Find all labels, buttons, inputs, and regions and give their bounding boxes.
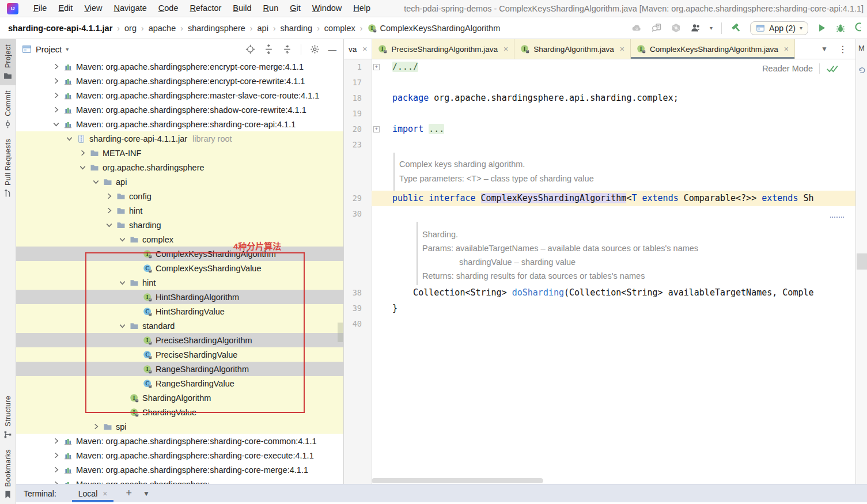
plugin-hexagon-icon[interactable]	[671, 22, 682, 33]
close-icon[interactable]: ×	[503, 44, 508, 54]
breadcrumb-api[interactable]: api	[258, 24, 268, 33]
tree-row[interactable]: IComplexKeysShardingAlgorithm	[16, 247, 343, 261]
tree-row[interactable]: hint	[16, 203, 343, 218]
tree-row[interactable]: Maven: org.apache.shardingsphere:master-…	[16, 88, 343, 103]
tree-chevron-icon[interactable]	[50, 480, 63, 484]
tree-row[interactable]: Maven: org.apache.shardingsphere:shardin…	[16, 117, 343, 131]
terminal-tab-local[interactable]: Local ×	[72, 484, 114, 502]
tree-chevron-icon[interactable]	[116, 235, 129, 244]
tool-stripe-project[interactable]: Project	[0, 39, 16, 85]
editor-options-kebab-icon[interactable]: ⋮	[838, 44, 847, 55]
tree-row[interactable]: CRangeShardingValue	[16, 376, 343, 391]
tree-row[interactable]: CComplexKeysShardingValue	[16, 261, 343, 275]
tree-chevron-icon[interactable]	[76, 149, 89, 157]
tree-chevron-icon[interactable]	[103, 206, 116, 215]
code-line-39[interactable]: 39}	[344, 301, 855, 316]
tree-row[interactable]: spi	[16, 419, 343, 434]
coverage-icon[interactable]	[854, 22, 861, 32]
project-view-dropdown-icon[interactable]: ▾	[66, 46, 69, 52]
tree-row[interactable]: META-INF	[16, 146, 343, 160]
close-icon[interactable]: ×	[103, 489, 107, 498]
cloud-icon[interactable]	[631, 22, 642, 33]
editor-tab-shardingalgorithm-java[interactable]: IShardingAlgorithm.java×	[514, 39, 631, 59]
tool-stripe-commit[interactable]: Commit	[0, 85, 16, 134]
tree-row[interactable]: IShardingAlgorithm	[16, 391, 343, 405]
fold-marker-icon[interactable]: +	[373, 64, 380, 70]
tree-row[interactable]: sharding-core-api-4.1.1.jarlibrary root	[16, 131, 343, 146]
tree-chevron-icon[interactable]	[50, 77, 63, 85]
menu-run[interactable]: Run	[258, 0, 285, 17]
tree-chevron-icon[interactable]	[89, 422, 103, 431]
menu-refactor[interactable]: Refactor	[184, 0, 228, 17]
breadcrumb-root[interactable]: sharding-core-api-4.1.1.jar	[8, 24, 112, 33]
tree-row[interactable]: api	[16, 175, 343, 189]
restore-icon[interactable]	[858, 66, 866, 74]
tree-chevron-icon[interactable]	[50, 62, 63, 71]
tree-chevron-icon[interactable]	[103, 192, 116, 200]
menu-file[interactable]: File	[28, 0, 52, 17]
tree-row[interactable]: Maven: org.apache.shardingsphere:shardin…	[16, 463, 343, 477]
tree-row[interactable]: org.apache.shardingsphere	[16, 160, 343, 175]
tree-chevron-icon[interactable]	[76, 163, 89, 172]
breadcrumb-complex[interactable]: complex	[324, 24, 355, 33]
debug-bug-icon[interactable]	[835, 23, 846, 33]
collapse-all-icon[interactable]	[282, 44, 292, 54]
code-editor[interactable]: Reader Mode 1+/.../1718package org.apach…	[344, 59, 855, 484]
tree-chevron-icon[interactable]	[116, 321, 129, 330]
code-line-19[interactable]: 19	[344, 106, 855, 122]
tree-row[interactable]: CPreciseShardingValue	[16, 347, 343, 362]
menu-view[interactable]: View	[78, 0, 108, 17]
tool-stripe-bookmarks[interactable]: Bookmarks	[0, 444, 16, 504]
menu-build[interactable]: Build	[227, 0, 257, 17]
breadcrumb-apache[interactable]: apache	[149, 24, 176, 33]
close-icon[interactable]: ×	[784, 44, 789, 54]
menu-git[interactable]: Git	[284, 0, 306, 17]
tool-stripe-structure[interactable]: Structure	[0, 391, 16, 444]
tree-row[interactable]: Maven: org.apache.shardingsphere:shadow-…	[16, 103, 343, 117]
user-dropdown-icon[interactable]: ▾	[710, 25, 713, 31]
tree-row[interactable]: IRangeShardingAlgorithm	[16, 362, 343, 376]
tree-chevron-icon[interactable]	[50, 437, 63, 445]
tree-chevron-icon[interactable]	[63, 134, 76, 143]
tree-chevron-icon[interactable]	[50, 465, 63, 474]
maven-tool-button[interactable]: M	[856, 44, 867, 52]
tool-stripe-pull-requests[interactable]: Pull Requests	[0, 134, 16, 203]
tree-chevron-icon[interactable]	[116, 278, 129, 287]
tree-chevron-icon[interactable]	[89, 177, 103, 186]
breadcrumb-leaf[interactable]: I ComplexKeysShardingAlgorithm	[368, 24, 501, 33]
tree-row[interactable]: complex	[16, 232, 343, 247]
tree-row[interactable]: config	[16, 189, 343, 203]
search-everywhere-icon[interactable]	[651, 22, 662, 33]
settings-gear-icon[interactable]	[310, 44, 320, 54]
terminal-dropdown-icon[interactable]: ▼	[143, 490, 150, 498]
horizontal-scrollbar-thumb[interactable]	[372, 478, 543, 483]
tree-row[interactable]: Maven: org.apache.shardingsphere:shardin…	[16, 448, 343, 463]
editor-tab-va[interactable]: va×	[344, 39, 372, 59]
tree-chevron-icon[interactable]	[103, 221, 116, 229]
inspections-ok-icon[interactable]	[826, 65, 838, 73]
folded-fragment[interactable]	[830, 217, 844, 218]
code-line-30[interactable]: 30	[344, 206, 855, 222]
tree-row[interactable]: CHintShardingValue	[16, 304, 343, 319]
close-icon[interactable]: ×	[362, 44, 367, 54]
breadcrumb-org[interactable]: org	[124, 24, 137, 33]
user-profile-icon[interactable]	[690, 22, 701, 33]
code-line-18[interactable]: 18package org.apache.shardingsphere.api.…	[344, 90, 855, 106]
tab-list-dropdown-icon[interactable]: ▼	[821, 45, 828, 53]
tree-row[interactable]: hint	[16, 275, 343, 290]
breadcrumb-sharding[interactable]: sharding	[281, 24, 313, 33]
locate-icon[interactable]	[245, 44, 255, 54]
tree-scrollbar-thumb[interactable]	[338, 323, 343, 342]
reader-mode-widget[interactable]: Reader Mode	[762, 63, 838, 74]
tree-row[interactable]: sharding	[16, 218, 343, 232]
menu-edit[interactable]: Edit	[52, 0, 78, 17]
build-hammer-icon[interactable]	[730, 22, 741, 33]
menu-navigate[interactable]: Navigate	[108, 0, 153, 17]
fold-marker-icon[interactable]: +	[373, 126, 380, 132]
breadcrumb-shardingsphere[interactable]: shardingsphere	[188, 24, 245, 33]
tree-chevron-icon[interactable]	[50, 91, 63, 100]
code-line-38[interactable]: 38 Collection<String> doSharding(Collect…	[344, 285, 855, 301]
editor-scrollbar-thumb[interactable]	[857, 253, 867, 270]
tree-row[interactable]: Maven: org.apache.shardingsphere:encrypt…	[16, 59, 343, 74]
reader-mode-label[interactable]: Reader Mode	[762, 64, 813, 73]
